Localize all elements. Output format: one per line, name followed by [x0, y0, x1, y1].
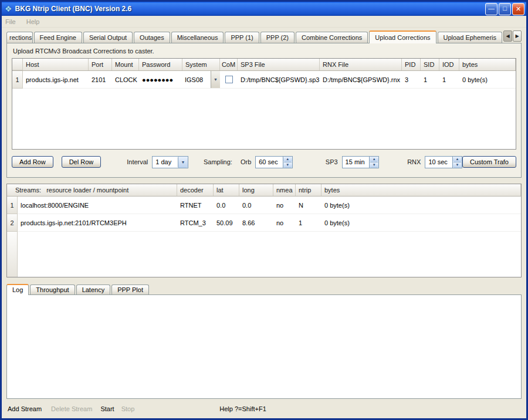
orb-sampling-spinbox[interactable]: 60 sec ▲ ▼: [255, 156, 293, 168]
menu-file[interactable]: File: [5, 18, 16, 25]
header-lat: lat: [214, 184, 239, 196]
status-bar: Add Stream Delete Stream Start Stop Help…: [6, 403, 522, 418]
ntrip-cell[interactable]: 1: [296, 214, 321, 232]
upload-table-empty-area: [12, 89, 516, 149]
window-title: BKG Ntrip Client (BNC) Version 2.6: [15, 5, 485, 13]
host-cell[interactable]: products.igs-ip.net: [23, 71, 89, 89]
mountpoint-cell[interactable]: products.igs-ip.net:2101/RTCM3EPH: [18, 214, 177, 232]
stream-row[interactable]: 1 localhost:8000/ENGINE RTNET 0.0 0.0 no…: [7, 197, 521, 214]
orb-sampling-value: 60 sec: [256, 157, 283, 168]
tab-upload-corrections[interactable]: Upload Corrections: [369, 31, 436, 43]
ntrip-cell[interactable]: N: [296, 197, 321, 214]
spin-up-icon[interactable]: ▲: [453, 157, 462, 162]
sp3-file-cell[interactable]: D:/tmp/BNC${GPSWD}.sp3: [238, 71, 320, 89]
add-row-button[interactable]: Add Row: [12, 156, 53, 168]
nmea-cell[interactable]: no: [273, 197, 296, 214]
log-output-area[interactable]: [6, 294, 522, 399]
header-mount: Mount: [112, 59, 139, 70]
menu-help[interactable]: Help: [26, 18, 40, 25]
custom-trafo-button[interactable]: Custom Trafo: [462, 156, 516, 168]
spin-down-icon[interactable]: ▼: [453, 162, 462, 168]
start-button[interactable]: Start: [100, 405, 114, 412]
spin-up-icon[interactable]: ▲: [283, 157, 292, 162]
stream-row[interactable]: 2 products.igs-ip.net:2101/RTCM3EPH RTCM…: [7, 214, 521, 232]
com-checkbox[interactable]: [225, 76, 233, 83]
tab-ppp-1[interactable]: PPP (1): [225, 32, 259, 43]
sp3-label: SP3: [326, 158, 338, 165]
app-icon: ❖: [5, 5, 12, 13]
add-stream-button[interactable]: Add Stream: [8, 405, 42, 412]
password-cell[interactable]: ●●●●●●●●: [139, 71, 182, 89]
tab-ppp-plot[interactable]: PPP Plot: [111, 284, 149, 294]
maximize-icon: □: [503, 5, 507, 12]
tab-feed-engine[interactable]: Feed Engine: [34, 32, 82, 43]
header-long: long: [239, 184, 273, 196]
interval-dropdown-button[interactable]: ▼: [178, 157, 188, 168]
header-pid: PID: [402, 59, 421, 70]
header-sid: SID: [421, 59, 439, 70]
spin-down-icon[interactable]: ▼: [283, 162, 292, 168]
sid-cell[interactable]: 1: [421, 71, 439, 89]
tab-upload-ephemeris[interactable]: Upload Ephemeris: [438, 32, 503, 43]
tab-scroll-left-button[interactable]: ◀: [503, 31, 512, 42]
header-host: Host: [23, 59, 89, 70]
lat-cell[interactable]: 50.09: [214, 214, 239, 232]
close-button[interactable]: ✕: [512, 3, 524, 15]
close-icon: ✕: [516, 6, 521, 12]
header-system: System: [182, 59, 220, 70]
tab-combine-corrections[interactable]: Combine Corrections: [296, 32, 368, 43]
rnx-sampling-spinbox[interactable]: 10 sec ▲ ▼: [425, 156, 462, 168]
menu-bar: File Help: [2, 16, 526, 28]
tab-throughput[interactable]: Throughput: [30, 284, 75, 294]
del-row-button[interactable]: Del Row: [62, 156, 101, 168]
iod-cell[interactable]: 1: [439, 71, 459, 89]
long-cell[interactable]: 0.0: [239, 197, 273, 214]
upload-corrections-panel: Upload RTCMv3 Broadcast Corrections to c…: [6, 43, 522, 178]
tab-latency[interactable]: Latency: [76, 284, 111, 294]
maximize-button[interactable]: □: [499, 3, 511, 15]
sp3-sampling-spinbox[interactable]: 15 min ▲ ▼: [342, 156, 380, 168]
interval-value: 1 day: [153, 157, 178, 168]
streams-table-empty-area: [7, 232, 521, 277]
decoder-cell[interactable]: RTCM_3: [177, 214, 214, 232]
tab-serial-output[interactable]: Serial Output: [83, 32, 133, 43]
lat-cell[interactable]: 0.0: [214, 197, 239, 214]
mountpoint-cell[interactable]: localhost:8000/ENGINE: [18, 197, 177, 214]
minimize-button[interactable]: —: [485, 3, 497, 15]
tab-log[interactable]: Log: [6, 284, 29, 295]
spin-up-icon[interactable]: ▲: [370, 157, 378, 162]
header-password: Password: [139, 59, 182, 70]
rnx-sampling-value: 10 sec: [425, 157, 452, 168]
header-decoder: decoder: [177, 184, 214, 196]
main-content: rections Feed Engine Serial Output Outag…: [2, 28, 526, 418]
spin-down-icon[interactable]: ▼: [370, 162, 378, 168]
header-bytes: bytes: [459, 59, 516, 70]
system-combobox[interactable]: IGS08 ▼: [182, 71, 220, 89]
pid-cell[interactable]: 3: [402, 71, 421, 89]
delete-stream-button: Delete Stream: [51, 405, 92, 412]
tab-outages[interactable]: Outages: [134, 32, 170, 43]
port-cell[interactable]: 2101: [89, 71, 112, 89]
mount-cell[interactable]: CLOCK: [112, 71, 139, 89]
upload-table-header: Host Port Mount Password System CoM SP3 …: [12, 59, 516, 71]
header-nmea: nmea: [273, 184, 296, 196]
tab-ppp-2[interactable]: PPP (2): [260, 32, 295, 43]
header-bytes: bytes: [321, 184, 521, 196]
bottom-tab-bar: Log Throughput Latency PPP Plot: [6, 283, 522, 294]
rnx-file-cell[interactable]: D:/tmp/BNC${GPSWD}.rnx: [320, 71, 402, 89]
header-sp3-file: SP3 File: [238, 59, 320, 70]
interval-label: Interval: [127, 158, 148, 165]
tab-broadcast-corrections[interactable]: rections: [6, 32, 33, 43]
decoder-cell[interactable]: RTNET: [177, 197, 214, 214]
tab-miscellaneous[interactable]: Miscellaneous: [171, 32, 224, 43]
system-dropdown-button[interactable]: ▼: [211, 71, 220, 88]
nmea-cell[interactable]: no: [273, 214, 296, 232]
sampling-label: Sampling:: [204, 158, 232, 165]
tab-scroll-right-icon: ▶: [515, 33, 519, 39]
long-cell[interactable]: 8.66: [239, 214, 273, 232]
tab-scroll-right-button[interactable]: ▶: [513, 31, 522, 42]
interval-combobox[interactable]: 1 day ▼: [152, 156, 188, 168]
header-streams-mountpoint: Streams: resource loader / mountpoint: [7, 184, 177, 196]
orb-label: Orb: [241, 158, 251, 165]
upload-table-row: 1 products.igs-ip.net 2101 CLOCK ●●●●●●●…: [12, 71, 516, 89]
